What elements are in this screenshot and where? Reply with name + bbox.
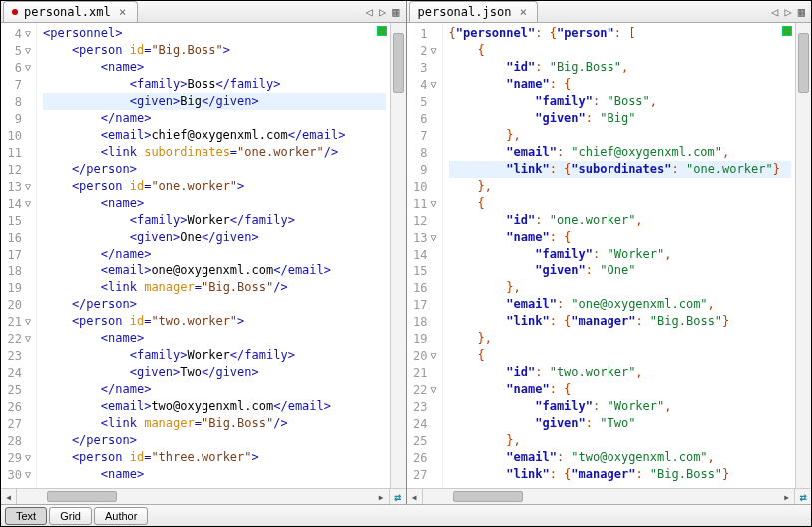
code-line[interactable]: </name> <box>43 246 386 263</box>
next-tab-icon[interactable]: ▷ <box>785 5 792 19</box>
code-line[interactable]: <link manager="Big.Boss"/> <box>43 415 386 432</box>
code-line[interactable]: <family>Boss</family> <box>43 76 386 93</box>
scroll-left-icon[interactable]: ◂ <box>407 489 423 505</box>
code-line[interactable]: <person id="one.worker"> <box>43 178 386 195</box>
left-horizontal-scrollbar[interactable]: ◂ ▸ ⇄ <box>1 488 406 504</box>
code-line[interactable]: }, <box>449 127 792 144</box>
code-line[interactable]: "name": { <box>449 76 792 93</box>
code-line[interactable]: <name> <box>43 330 386 347</box>
code-line[interactable]: }, <box>449 178 792 195</box>
fold-icon[interactable]: ▽ <box>22 333 34 344</box>
fold-icon[interactable]: ▽ <box>428 79 440 90</box>
code-line[interactable]: <link manager="Big.Boss"/> <box>43 279 386 296</box>
code-line[interactable]: <email>two@oxygenxml.com</email> <box>43 398 386 415</box>
prev-tab-icon[interactable]: ◁ <box>366 5 373 19</box>
left-vertical-scrollbar[interactable] <box>390 23 406 488</box>
code-line[interactable]: <family>Worker</family> <box>43 347 386 364</box>
code-line[interactable]: {"personnel": {"person": [ <box>449 25 792 42</box>
code-line[interactable]: <given>Two</given> <box>43 364 386 381</box>
code-line[interactable]: { <box>449 42 792 59</box>
code-line[interactable]: "given": "One" <box>449 263 792 279</box>
code-line[interactable]: "name": { <box>449 229 792 246</box>
fold-icon[interactable]: ▽ <box>22 28 34 39</box>
code-line[interactable]: { <box>449 195 792 212</box>
code-line[interactable]: "link": {"manager": "Big.Boss"} <box>449 466 792 483</box>
code-line[interactable]: }, <box>449 432 792 449</box>
code-line[interactable]: "name": { <box>449 381 792 398</box>
tab-list-icon[interactable]: ▦ <box>392 5 399 19</box>
fold-icon[interactable]: ▽ <box>22 62 34 73</box>
code-line[interactable]: }, <box>449 279 792 296</box>
code-line[interactable]: "id": "Big.Boss", <box>449 59 792 76</box>
left-tab[interactable]: personal.xml × <box>3 1 138 22</box>
code-line[interactable]: <name> <box>43 466 386 483</box>
code-line[interactable]: </person> <box>43 296 386 313</box>
mode-grid-button[interactable]: Grid <box>49 507 92 525</box>
right-code-area[interactable]: {"personnel": {"person": [ { "id": "Big.… <box>443 23 796 488</box>
right-code[interactable]: {"personnel": {"person": [ { "id": "Big.… <box>443 23 796 485</box>
mode-author-button[interactable]: Author <box>94 507 148 525</box>
fold-icon[interactable]: ▽ <box>428 45 440 56</box>
fold-icon[interactable]: ▽ <box>428 384 440 395</box>
code-line[interactable]: }, <box>449 330 792 347</box>
code-line[interactable]: </name> <box>43 381 386 398</box>
next-tab-icon[interactable]: ▷ <box>379 5 386 19</box>
tab-list-icon[interactable]: ▦ <box>798 5 805 19</box>
right-vertical-scrollbar[interactable] <box>795 23 811 488</box>
close-icon[interactable]: × <box>517 6 529 18</box>
code-line[interactable]: <given>Big</given> <box>43 93 386 110</box>
fold-icon[interactable]: ▽ <box>22 469 34 480</box>
code-line[interactable]: "id": "one.worker", <box>449 212 792 229</box>
scroll-thumb[interactable] <box>47 491 117 502</box>
sync-scroll-icon[interactable]: ⇄ <box>795 489 811 505</box>
fold-icon[interactable]: ▽ <box>22 198 34 209</box>
code-line[interactable]: <person id="two.worker"> <box>43 313 386 330</box>
code-line[interactable]: "given": "Two" <box>449 415 792 432</box>
code-line[interactable]: "email": "chief@oxygenxml.com", <box>449 144 792 161</box>
scroll-left-icon[interactable]: ◂ <box>1 489 17 505</box>
prev-tab-icon[interactable]: ◁ <box>771 5 778 19</box>
right-tab[interactable]: personal.json × <box>409 1 539 22</box>
fold-icon[interactable]: ▽ <box>22 316 34 327</box>
code-line[interactable]: "link": {"manager": "Big.Boss"} <box>449 313 792 330</box>
code-line[interactable]: "family": "Worker", <box>449 398 792 415</box>
scroll-right-icon[interactable]: ▸ <box>374 489 390 505</box>
fold-icon[interactable]: ▽ <box>428 198 440 209</box>
fold-icon[interactable]: ▽ <box>22 452 34 463</box>
fold-icon[interactable]: ▽ <box>22 45 34 56</box>
code-line[interactable]: </name> <box>43 110 386 127</box>
close-icon[interactable]: × <box>117 6 129 18</box>
fold-icon[interactable]: ▽ <box>428 350 440 361</box>
fold-icon[interactable]: ▽ <box>22 181 34 192</box>
code-line[interactable]: "family": "Boss", <box>449 93 792 110</box>
code-line[interactable]: <email>one@oxygenxml.com</email> <box>43 263 386 279</box>
scroll-thumb[interactable] <box>453 491 523 502</box>
scroll-thumb[interactable] <box>393 33 404 93</box>
code-line[interactable]: "given": "Big" <box>449 110 792 127</box>
right-horizontal-scrollbar[interactable]: ◂ ▸ ⇄ <box>407 488 812 504</box>
code-line[interactable]: <email>chief@oxygenxml.com</email> <box>43 127 386 144</box>
code-line[interactable]: "id": "two.worker", <box>449 364 792 381</box>
fold-icon[interactable]: ▽ <box>428 232 440 243</box>
code-line[interactable]: "link": {"subordinates": "one.worker"} <box>449 161 792 178</box>
code-line[interactable]: "family": "Worker", <box>449 246 792 263</box>
code-line[interactable]: <name> <box>43 195 386 212</box>
left-code-area[interactable]: <personnel> <person id="Big.Boss"> <name… <box>37 23 390 488</box>
scroll-right-icon[interactable]: ▸ <box>779 489 795 505</box>
code-line[interactable]: <person id="Big.Boss"> <box>43 42 386 59</box>
mode-text-button[interactable]: Text <box>5 507 47 525</box>
scroll-thumb[interactable] <box>798 33 809 93</box>
code-line[interactable]: <personnel> <box>43 25 386 42</box>
code-line[interactable]: </person> <box>43 432 386 449</box>
code-line[interactable]: </person> <box>43 161 386 178</box>
code-line[interactable]: "email": "one@oxygenxml.com", <box>449 296 792 313</box>
code-line[interactable]: <link subordinates="one.worker"/> <box>43 144 386 161</box>
code-line[interactable]: <given>One</given> <box>43 229 386 246</box>
code-line[interactable]: <person id="three.worker"> <box>43 449 386 466</box>
code-line[interactable]: "email": "two@oxygenxml.com", <box>449 449 792 466</box>
sync-scroll-icon[interactable]: ⇄ <box>390 489 406 505</box>
code-line[interactable]: <family>Worker</family> <box>43 212 386 229</box>
left-code[interactable]: <personnel> <person id="Big.Boss"> <name… <box>37 23 390 485</box>
code-line[interactable]: { <box>449 347 792 364</box>
code-line[interactable]: <name> <box>43 59 386 76</box>
